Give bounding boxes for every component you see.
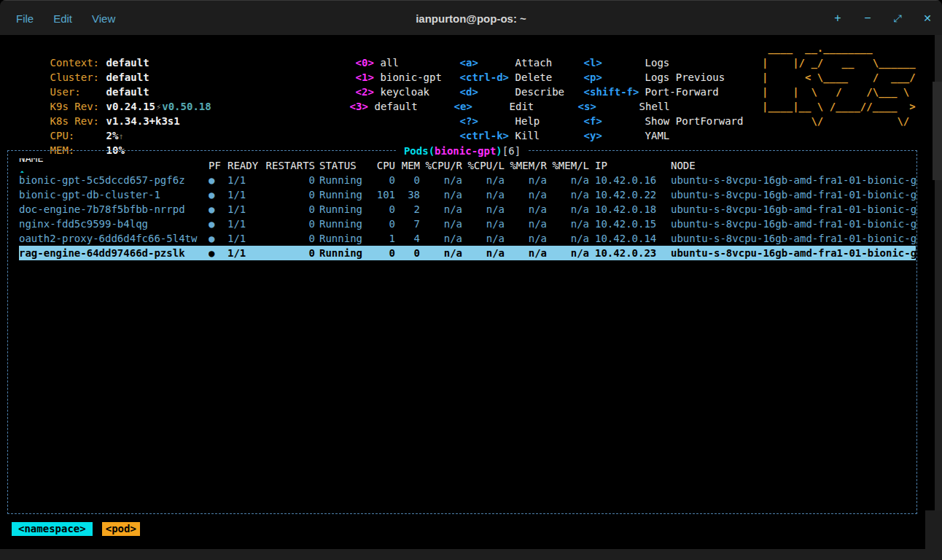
pod-status: Running — [319, 246, 371, 260]
pod-ip: 10.42.0.23 — [589, 246, 665, 260]
col-status[interactable]: STATUS — [319, 158, 371, 173]
window-bottom-edge — [0, 549, 942, 560]
pod-mem-r: n/a — [505, 217, 547, 231]
view-shortcut-logs: <l>Logs — [547, 41, 669, 55]
pod-cpu: 0 — [371, 246, 395, 260]
shortcut-key: <y> — [584, 128, 645, 143]
pod-node: ubuntu-s-8vcpu-16gb-amd-fra1-01-bionic-g — [665, 187, 916, 202]
col-mem[interactable]: MEM — [395, 158, 420, 173]
port-forward-dot-icon: ● — [209, 246, 227, 260]
port-forward-dot-icon: ● — [209, 187, 227, 202]
scrollbar-thumb[interactable] — [933, 82, 942, 180]
shortcut-label: default — [375, 101, 418, 112]
shortcut-key: <3> — [350, 99, 375, 114]
pod-row[interactable]: nginx-fdd5c9599-b4lqg●1/10Running07n/an/… — [19, 217, 916, 231]
col-name[interactable]: NAME↑ — [19, 158, 209, 173]
close-icon[interactable]: ✕ — [922, 12, 933, 24]
namespace-name: bionic-gpt — [435, 145, 496, 157]
pod-status: Running — [319, 202, 371, 217]
breadcrumb: <namespace> <pod> — [12, 522, 140, 536]
pod-count: [6] — [502, 145, 521, 157]
pod-mem-l: n/a — [547, 202, 589, 217]
pod-cpu-r: n/a — [420, 187, 462, 202]
shortcut-label: Kill — [515, 130, 540, 141]
menu-edit[interactable]: Edit — [53, 12, 72, 25]
info-row-context: Context:default — [13, 41, 149, 55]
col-ip[interactable]: IP — [589, 158, 665, 173]
col-ready[interactable]: READY — [227, 158, 265, 173]
pod-cpu-r: n/a — [420, 217, 462, 231]
logo-line: |____|__ \ /____//____ > — [762, 99, 916, 114]
logo-line: | |/ _/ __ \______ — [762, 55, 916, 70]
menubar: File Edit View — [16, 1, 115, 36]
pod-mem-l: n/a — [547, 187, 589, 202]
pod-node: ubuntu-s-8vcpu-16gb-amd-fra1-01-bionic-g — [665, 217, 916, 231]
pod-cpu: 101 — [371, 187, 395, 202]
window-controls: + − ⤢ ✕ — [832, 1, 933, 36]
window-title: ianpurton@pop-os: ~ — [0, 1, 942, 36]
pod-restarts: 0 — [265, 231, 319, 246]
pod-row[interactable]: doc-engine-7b78f5bfbb-nrrpd●1/10Running0… — [19, 202, 916, 217]
col-restarts[interactable]: RESTARTS — [265, 158, 319, 173]
pod-cpu: 0 — [371, 217, 395, 231]
pod-ready: 1/1 — [227, 217, 265, 231]
pod-ready: 1/1 — [227, 173, 265, 187]
view-shortcut-shell: <s>Shell — [541, 85, 670, 99]
logo-line: \/ \/ — [762, 114, 909, 128]
pod-cpu-l: n/a — [462, 231, 505, 246]
pod-mem-l: n/a — [547, 173, 589, 187]
pod-row[interactable]: bionic-gpt-db-cluster-1●1/10Running10138… — [19, 187, 916, 202]
pod-cpu: 0 — [371, 202, 395, 217]
port-forward-dot-icon: ● — [209, 202, 227, 217]
pod-name: nginx-fdd5c9599-b4lqg — [19, 217, 209, 231]
col-mem-l[interactable]: %MEM/L — [547, 158, 589, 173]
pod-node: ubuntu-s-8vcpu-16gb-amd-fra1-01-bionic-g — [665, 173, 916, 187]
col-node[interactable]: NODE — [665, 158, 916, 173]
pod-cpu-r: n/a — [420, 231, 462, 246]
window-headerbar: File Edit View ianpurton@pop-os: ~ + − ⤢… — [0, 0, 942, 35]
view-shortcut-yaml: <y>YAML — [547, 114, 669, 128]
col-cpu-r[interactable]: %CPU/R — [420, 158, 462, 173]
pod-mem: 0 — [395, 173, 420, 187]
logo-line: | < \____ / ___/ — [762, 70, 916, 85]
col-pf[interactable]: PF — [209, 158, 227, 173]
logo-line: ____ __.________ — [762, 41, 873, 55]
pod-status: Running — [319, 187, 371, 202]
pod-name: bionic-gpt-db-cluster-1 — [19, 187, 209, 202]
info-row-cluster: Cluster:default — [13, 55, 149, 70]
menu-file[interactable]: File — [16, 12, 34, 25]
pod-mem: 0 — [395, 246, 420, 260]
minimize-icon[interactable]: − — [862, 12, 873, 25]
pod-restarts: 0 — [265, 173, 319, 187]
pods-panel-title: Pods(bionic-gpt)[6] — [397, 144, 527, 158]
action-shortcut-describe: <d>Describe — [423, 70, 564, 85]
pod-mem: 4 — [395, 231, 420, 246]
col-mem-r[interactable]: %MEM/R — [505, 158, 547, 173]
menu-view[interactable]: View — [92, 12, 115, 25]
pod-ip: 10.42.0.22 — [589, 187, 665, 202]
namespace-shortcut-all: <0>all — [319, 41, 399, 55]
new-tab-icon[interactable]: + — [832, 12, 844, 25]
pod-mem-r: n/a — [505, 202, 547, 217]
pod-cpu-r: n/a — [420, 173, 462, 187]
pod-row-selected[interactable]: rag-engine-64dd97466d-pzslk●1/10Running0… — [19, 246, 916, 260]
info-row-k9s-rev: K9s Rev:v0.24.15⚡v0.50.18 — [13, 85, 211, 99]
col-cpu[interactable]: CPU — [371, 158, 395, 173]
pod-restarts: 0 — [265, 217, 319, 231]
maximize-icon[interactable]: ⤢ — [892, 12, 903, 25]
pod-row[interactable]: bionic-gpt-5c5dccd657-pgf6z●1/10Running0… — [19, 173, 916, 187]
shortcut-key: <ctrl-k> — [460, 128, 515, 143]
col-cpu-l[interactable]: %CPU/L — [462, 158, 505, 173]
pod-status: Running — [319, 173, 371, 187]
paren-close: ) — [496, 145, 502, 157]
action-shortcut-help: <?>Help — [423, 99, 540, 114]
pod-row[interactable]: oauth2-proxy-6dd6d4fc66-5l4tw●1/10Runnin… — [19, 231, 916, 246]
pod-ready: 1/1 — [227, 187, 265, 202]
sort-ascending-icon: ↑ — [19, 167, 25, 173]
info-row-k8s-rev: K8s Rev:v1.34.3+k3s1 — [13, 99, 180, 114]
port-forward-dot-icon: ● — [209, 217, 227, 231]
resource-name: Pods — [404, 145, 429, 157]
pod-node: ubuntu-s-8vcpu-16gb-amd-fra1-01-bionic-g — [665, 202, 916, 217]
pod-restarts: 0 — [265, 187, 319, 202]
pod-ready: 1/1 — [227, 246, 265, 260]
